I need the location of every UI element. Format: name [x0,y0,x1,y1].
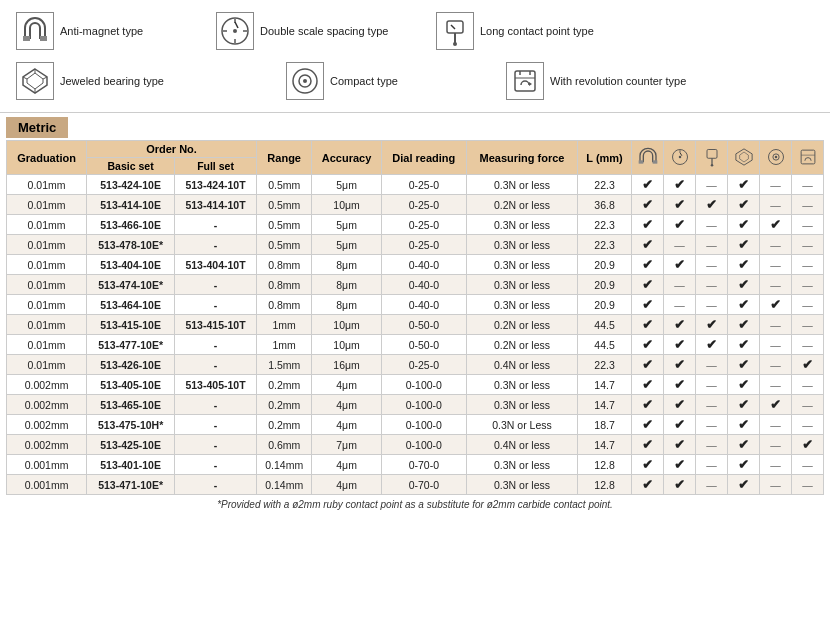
cell-c2: ✔ [664,335,696,355]
th-full-set: Full set [175,158,257,175]
cell-basic: 513-466-10E [87,215,175,235]
cell-graduation: 0.01mm [7,335,87,355]
cell-range: 0.6mm [256,435,312,455]
table-row: 0.01mm513-466-10E-0.5mm5μm0-25-00.3N or … [7,215,824,235]
cell-graduation: 0.01mm [7,295,87,315]
svg-point-21 [303,79,307,83]
cell-force: 0.3N or less [466,375,577,395]
svg-marker-37 [739,152,748,162]
cell-c1: ✔ [632,215,664,235]
cell-c1: ✔ [632,195,664,215]
svg-marker-36 [735,148,751,164]
cell-c2: ✔ [664,455,696,475]
cell-c4: ✔ [728,315,760,335]
cell-dial: 0-50-0 [381,315,466,335]
double-scale-label: Double scale spacing type [260,24,388,38]
cell-c6: — [792,275,824,295]
cell-c3: — [696,235,728,255]
th-icon-doublescale [664,141,696,175]
cell-c3: — [696,455,728,475]
table-row: 0.002mm513-405-10E513-405-10T0.2mm4μm0-1… [7,375,824,395]
cell-l: 22.3 [578,235,632,255]
cell-c6: — [792,195,824,215]
svg-rect-27 [638,160,643,163]
cell-c5: — [760,435,792,455]
th-graduation: Graduation [7,141,87,175]
cell-l: 36.8 [578,195,632,215]
cell-c1: ✔ [632,235,664,255]
cell-force: 0.3N or less [466,455,577,475]
cell-c2: ✔ [664,215,696,235]
cell-c4: ✔ [728,195,760,215]
cell-graduation: 0.002mm [7,415,87,435]
cell-full: 513-415-10T [175,315,257,335]
table-row: 0.01mm513-404-10E513-404-10T0.8mm8μm0-40… [7,255,824,275]
cell-c3: — [696,275,728,295]
th-icon-antimagnet [632,141,664,175]
cell-force: 0.2N or less [466,335,577,355]
icon-item-anti-magnet: Anti-magnet type [10,8,210,54]
cell-graduation: 0.001mm [7,455,87,475]
cell-c3: — [696,295,728,315]
cell-c6: — [792,395,824,415]
cell-c4: ✔ [728,455,760,475]
cell-full: 513-405-10T [175,375,257,395]
cell-c5: — [760,255,792,275]
cell-c6: — [792,235,824,255]
cell-range: 0.5mm [256,175,312,195]
cell-basic: 513-414-10E [87,195,175,215]
cell-c1: ✔ [632,275,664,295]
cell-c4: ✔ [728,435,760,455]
cell-accuracy: 16μm [312,355,381,375]
cell-range: 1.5mm [256,355,312,375]
cell-c4: ✔ [728,255,760,275]
table-body: 0.01mm513-424-10E513-424-10T0.5mm5μm0-25… [7,175,824,495]
cell-force: 0.3N or less [466,215,577,235]
cell-l: 14.7 [578,435,632,455]
cell-full: - [175,455,257,475]
cell-dial: 0-70-0 [381,455,466,475]
cell-c4: ✔ [728,475,760,495]
svg-line-32 [680,152,682,155]
cell-basic: 513-478-10E* [87,235,175,255]
double-scale-icon [216,12,254,50]
cell-full: - [175,335,257,355]
cell-dial: 0-100-0 [381,415,466,435]
cell-c5: — [760,235,792,255]
svg-point-30 [678,155,681,158]
cell-graduation: 0.01mm [7,215,87,235]
product-table: Graduation Order No. Range Accuracy Dial… [6,140,824,495]
cell-c3: — [696,215,728,235]
cell-c3: — [696,395,728,415]
cell-accuracy: 4μm [312,455,381,475]
cell-range: 0.5mm [256,235,312,255]
cell-c6: — [792,415,824,435]
cell-c6: — [792,215,824,235]
cell-c2: ✔ [664,175,696,195]
cell-c5: — [760,175,792,195]
cell-graduation: 0.002mm [7,375,87,395]
cell-accuracy: 7μm [312,435,381,455]
revolution-counter-label: With revolution counter type [550,74,686,88]
cell-force: 0.3N or less [466,275,577,295]
svg-line-12 [451,25,455,29]
icon-item-compact: Compact type [280,58,480,104]
cell-c3: — [696,475,728,495]
cell-c2: ✔ [664,395,696,415]
anti-magnet-icon [16,12,54,50]
cell-dial: 0-40-0 [381,295,466,315]
cell-graduation: 0.002mm [7,395,87,415]
cell-c3: — [696,415,728,435]
table-footnote: *Provided with a ø2mm ruby contact point… [6,495,824,514]
cell-range: 0.2mm [256,395,312,415]
cell-c6: — [792,315,824,335]
cell-l: 22.3 [578,175,632,195]
cell-c4: ✔ [728,375,760,395]
cell-c3: — [696,175,728,195]
cell-c5: — [760,375,792,395]
cell-c3: — [696,255,728,275]
cell-c5: — [760,475,792,495]
cell-full: 513-414-10T [175,195,257,215]
cell-l: 20.9 [578,255,632,275]
cell-c4: ✔ [728,395,760,415]
